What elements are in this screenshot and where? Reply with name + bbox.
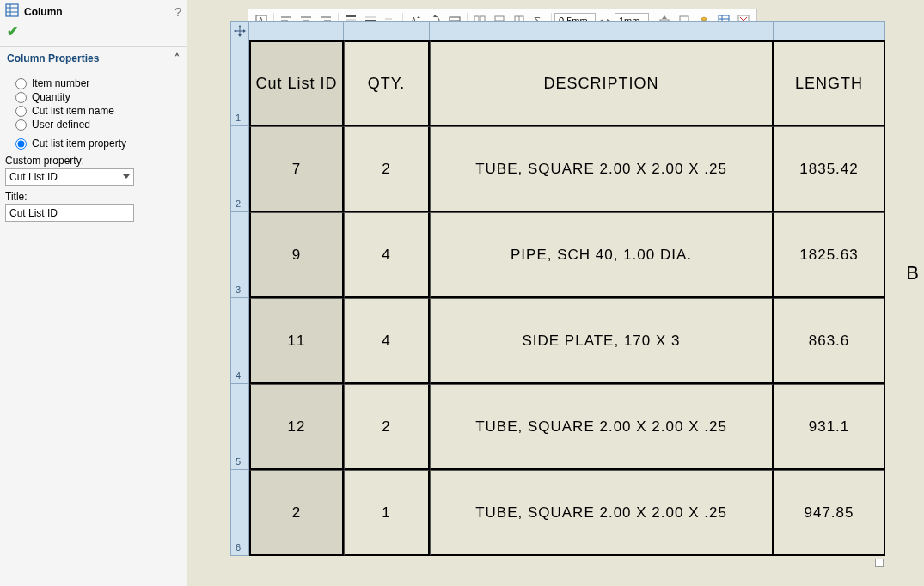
table-cell[interactable]: 1835.42 (774, 126, 885, 212)
radio-cut-list-item-name-input[interactable] (15, 106, 27, 117)
table-move-handle[interactable] (230, 21, 249, 40)
table-header-cell[interactable]: Cut List ID (249, 40, 344, 126)
table-cell[interactable]: PIPE, SCH 40, 1.00 DIA. (430, 212, 774, 298)
custom-property-select[interactable]: Cut List ID (5, 168, 134, 186)
radio-user-defined-input[interactable] (15, 119, 27, 131)
table-cell[interactable]: TUBE, SQUARE 2.00 X 2.00 X .25 (430, 126, 774, 212)
title-field-label: Title: (5, 191, 180, 203)
resize-handle[interactable] (875, 559, 884, 567)
radio-quantity-input[interactable] (15, 92, 27, 103)
panel-title: Column (24, 6, 174, 18)
svg-rect-0 (6, 4, 18, 16)
row-header-6[interactable]: 6 (230, 470, 249, 556)
section-label: Column Properties (7, 52, 99, 64)
row-header-5[interactable]: 5 (230, 384, 249, 470)
table-cell[interactable]: TUBE, SQUARE 2.00 X 2.00 X .25 (430, 470, 774, 556)
table-cell[interactable]: 11 (249, 298, 344, 384)
radio-user-defined[interactable]: User defined (15, 119, 180, 131)
chevron-up-icon: ˄ (174, 52, 180, 64)
table-header-cell[interactable]: DESCRIPTION (430, 40, 774, 126)
title-input[interactable] (5, 204, 134, 222)
table-cell[interactable]: 9 (249, 212, 344, 298)
table-cell[interactable]: TUBE, SQUARE 2.00 X 2.00 X .25 (430, 384, 774, 470)
table-cell[interactable]: 2 (344, 126, 430, 212)
table-cell[interactable]: SIDE PLATE, 170 X 3 (430, 298, 774, 384)
property-panel: Column ? ✔ Column Properties ˄ Item numb… (0, 0, 187, 586)
column-header-3[interactable] (774, 21, 885, 40)
table-cell[interactable]: 12 (249, 384, 344, 470)
radio-item-number-input[interactable] (15, 78, 27, 89)
radio-cut-list-item-name[interactable]: Cut list item name (15, 105, 180, 117)
help-icon[interactable]: ? (174, 5, 181, 19)
table-cell[interactable]: 7 (249, 126, 344, 212)
section-header-column-properties[interactable]: Column Properties ˄ (0, 47, 187, 70)
ok-button[interactable]: ✔ (7, 24, 18, 39)
radio-quantity[interactable]: Quantity (15, 91, 180, 103)
row-header-3[interactable]: 3 (230, 212, 249, 298)
table-cell[interactable]: 4 (344, 212, 430, 298)
row-header-2[interactable]: 2 (230, 126, 249, 212)
table-icon (5, 3, 19, 20)
column-header-0[interactable] (249, 21, 344, 40)
table-header-cell[interactable]: LENGTH (774, 40, 885, 126)
custom-property-label: Custom property: (5, 155, 180, 167)
row-header-4[interactable]: 4 (230, 298, 249, 384)
table-cell[interactable]: 2 (344, 384, 430, 470)
radio-cut-list-item-property-input[interactable] (15, 138, 27, 150)
row-header-1[interactable]: 1 (230, 40, 249, 126)
table-cell[interactable]: 1825.63 (774, 212, 885, 298)
table-cell[interactable]: 931.1 (774, 384, 885, 470)
column-header-2[interactable] (430, 21, 774, 40)
table-cell[interactable]: 863.6 (774, 298, 885, 384)
table-cell[interactable]: 2 (249, 470, 344, 556)
radio-cut-list-item-property[interactable]: Cut list item property (15, 137, 180, 150)
radio-item-number[interactable]: Item number (15, 77, 180, 89)
column-header-1[interactable] (344, 21, 430, 40)
sheet-row-letter: B (906, 262, 919, 284)
drawing-canvas[interactable]: A A Σ ◂▸ (187, 0, 924, 586)
table-cell[interactable]: 1 (344, 470, 430, 556)
table-cell[interactable]: 4 (344, 298, 430, 384)
table-cell[interactable]: 947.85 (774, 470, 885, 556)
table-header-cell[interactable]: QTY. (344, 40, 430, 126)
